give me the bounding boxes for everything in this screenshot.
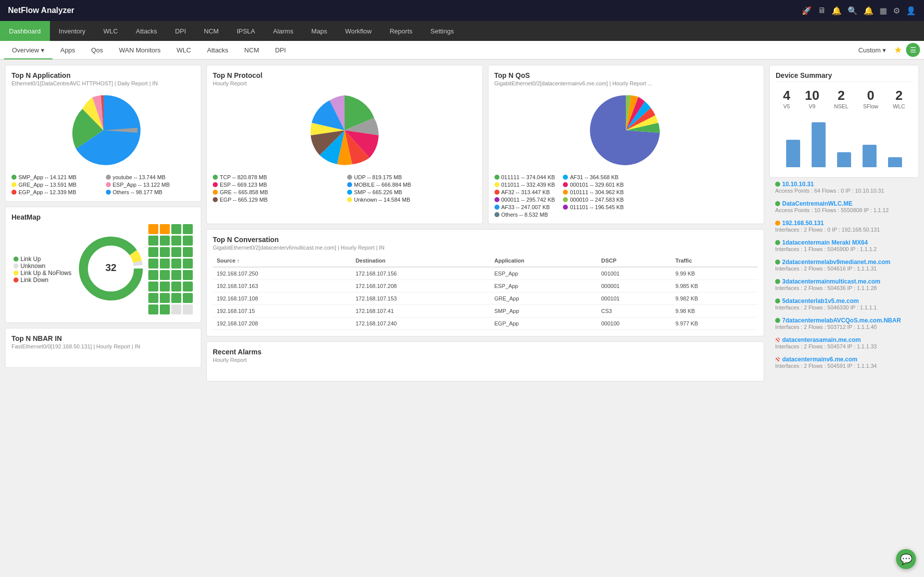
device-name[interactable]: 10.10.10.31 [775,181,913,188]
device-name[interactable]: 3datacentermainmulticast.me.com [775,278,913,285]
nav-ncm[interactable]: NCM [195,21,228,41]
legend-item: 000101 -- 329.601 KB [563,182,624,188]
legend-item: Unknown -- 14.584 MB [347,197,476,203]
svg-text:32: 32 [105,262,116,273]
device-info: Interfaces : 2 Flows : 0 IP : 192.168.50… [775,227,913,233]
nav-maps[interactable]: Maps [302,21,336,41]
nav-dpi[interactable]: DPI [166,21,195,41]
table-row[interactable]: 192.168.107.15 172.168.107.41 SMP_App CS… [213,305,758,317]
top-n-application-legend: SMP_App -- 14.121 MB youtube -- 13.744 M… [11,174,195,195]
subnav-attacks[interactable]: Attacks [199,40,236,59]
search-icon[interactable]: 🔍 [848,6,858,15]
legend-item: 010111 -- 304.962 KB [563,189,624,195]
cell-application: SMP_App [490,305,597,317]
legend-item: UDP -- 819.175 MB [347,174,476,180]
device-list-item[interactable]: 10.10.10.31 Access Points : 64 Flows : 0… [769,178,919,197]
legend-item: Unknown [13,263,73,270]
device-name[interactable]: DataCentremainWLC.ME [775,200,913,207]
cell-source: 192.168.107.108 [213,292,352,305]
col-destination[interactable]: Destination [352,255,490,267]
status-dot [775,240,780,245]
nav-dashboard[interactable]: Dashboard [0,21,50,41]
col-traffic[interactable]: Traffic [671,255,758,267]
col-source[interactable]: Source ↑ [213,255,352,267]
top-n-application-card: Top N Application Ethernet0/1[DataCentre… [5,65,201,202]
nav-ipsla[interactable]: IPSLA [228,21,264,41]
stat-v9: 10 V9 [805,88,820,109]
cell-application: ESP_App [490,267,597,280]
subnav-dpi[interactable]: DPI [267,40,294,59]
rocket-icon[interactable]: 🚀 [802,6,812,15]
settings-icon[interactable]: ⚙ [893,6,900,15]
subnav-ncm[interactable]: NCM [236,40,267,59]
legend-item: MOBILE -- 666.884 MB [347,182,476,188]
subnav-custom[interactable]: Custom ▾ [851,40,894,59]
device-list-item[interactable]: datacenterasamain.me.com Interfaces : 2 … [769,333,919,353]
col-dscp[interactable]: DSCP [597,255,672,267]
device-list-item[interactable]: 2datacentermelabv9medianet.me.com Interf… [769,256,919,275]
device-list-item[interactable]: 192.168.50.131 Interfaces : 2 Flows : 0 … [769,217,919,236]
device-name[interactable]: 2datacentermelabv9medianet.me.com [775,259,913,266]
device-list-item[interactable]: 5datacenterlab1v5.me.com Interfaces : 2 … [769,294,919,314]
right-column: Device Summary 4 V5 10 V9 2 NSEL 0 SFlow [769,65,919,381]
device-list-item[interactable]: 1datacentermain Meraki MX64 Interfaces :… [769,236,919,256]
nav-workflow[interactable]: Workflow [336,21,381,41]
cell-destination: 172.168.107.156 [352,267,490,280]
top-n-protocol-legend: TCP -- 820.878 MB UDP -- 819.175 MB ESP … [213,174,476,203]
status-dot [775,260,780,265]
recent-alarms-subtitle: Hourly Report [213,357,758,363]
favorite-icon[interactable]: ★ [894,44,902,55]
barcode-icon[interactable]: ▦ [880,6,887,15]
table-row[interactable]: 192.168.107.163 172.168.107.208 ESP_App … [213,280,758,292]
device-list-item[interactable]: DataCentremainWLC.ME Access Points : 10 … [769,197,919,217]
user-icon[interactable]: 👤 [906,6,916,15]
device-list-item[interactable]: 3datacentermainmulticast.me.com Interfac… [769,275,919,294]
legend-item: 011111 -- 374.044 KB [494,174,555,180]
legend-item: EGP_App -- 12.339 MB [11,189,101,195]
top-n-conversation-title: Top N Conversation [213,236,758,244]
stat-v5: 4 V5 [783,88,790,109]
device-name[interactable]: 1datacentermain Meraki MX64 [775,239,913,246]
device-list-item[interactable]: 7datacentermelabAVCQoS.me.com.NBAR Inter… [769,314,919,333]
nav-inventory[interactable]: Inventory [50,21,94,41]
monitor-icon[interactable]: 🖥 [818,6,826,15]
table-row[interactable]: 192.168.107.250 172.168.107.156 ESP_App … [213,267,758,280]
table-row[interactable]: 192.168.107.108 172.168.107.153 GRE_App … [213,292,758,305]
add-widget-button[interactable]: ☰ [906,43,920,57]
nav-attacks[interactable]: Attacks [127,21,166,41]
recent-alarms-card: Recent Alarms Hourly Report [206,341,764,381]
alert-icon[interactable]: 🔔 [864,6,874,15]
device-name[interactable]: 5datacenterlab1v5.me.com [775,297,913,304]
heatmap-content: Link Up Unknown Link Up & NoFlows Link D… [11,222,195,316]
legend-item: Others -- 8.532 MB [494,212,555,218]
subnav-qos[interactable]: Qos [83,40,111,59]
top-n-protocol-subtitle: Hourly Report [213,80,476,86]
device-name[interactable]: 192.168.50.131 [775,220,913,227]
top-n-qos-chart [494,90,758,170]
nav-settings[interactable]: Settings [422,21,463,41]
subnav-overview[interactable]: Overview ▾ [4,40,52,59]
device-list-item[interactable]: datacentermainv6.me.com Interfaces : 2 F… [769,353,919,372]
device-info: Interfaces : 2 Flows : 504574 IP : 1.1.1… [775,343,913,349]
col-application[interactable]: Application [490,255,597,267]
legend-item: Link Up [13,256,73,263]
device-stats: 4 V5 10 V9 2 NSEL 0 SFlow 2 WLC [776,83,913,113]
subnav-wan-monitors[interactable]: WAN Monitors [111,40,168,59]
bell-icon[interactable]: 🔔 [832,6,842,15]
cell-application: ESP_App [490,280,597,292]
device-name[interactable]: datacentermainv6.me.com [775,356,913,363]
subnav-apps[interactable]: Apps [52,40,83,59]
nav-alarms[interactable]: Alarms [264,21,302,41]
nav-reports[interactable]: Reports [381,21,422,41]
device-name[interactable]: datacenterasamain.me.com [775,336,913,343]
cell-source: 192.168.107.250 [213,267,352,280]
subnav-wlc[interactable]: WLC [169,40,199,59]
cell-traffic: 9.98 KB [671,305,758,317]
app-title: NetFlow Analyzer [8,6,74,15]
legend-item: Others -- 98.177 MB [106,189,195,195]
cell-dscp: 000100 [597,317,672,330]
nav-wlc[interactable]: WLC [94,21,127,41]
table-row[interactable]: 192.168.107.208 172.168.107.240 EGP_App … [213,317,758,330]
heatmap-card: HeatMap Link Up Unknown Link Up & NoFlow… [5,207,201,323]
device-name[interactable]: 7datacentermelabAVCQoS.me.com.NBAR [775,317,913,324]
